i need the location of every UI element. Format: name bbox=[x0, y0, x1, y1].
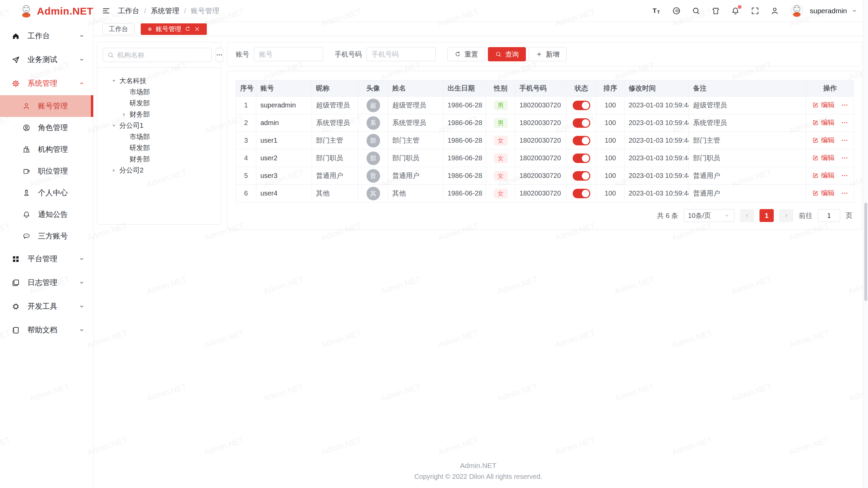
sidebar-subitem-label: 三方账号 bbox=[38, 231, 68, 241]
next-page-button[interactable] bbox=[779, 209, 793, 222]
table-row-superadmin: 1superadmin超级管理员超超级管理员1986-06-28男1802003… bbox=[236, 97, 854, 114]
row-more-icon[interactable] bbox=[841, 154, 848, 162]
language-icon[interactable]: 中 bbox=[672, 6, 681, 15]
edit-button[interactable]: 编辑 bbox=[812, 136, 835, 145]
tree-node-finance-2[interactable]: 财务部 bbox=[101, 154, 217, 165]
prev-page-button[interactable] bbox=[740, 209, 754, 222]
edit-button[interactable]: 编辑 bbox=[812, 118, 835, 127]
tree-node-daming-tech[interactable]: 大名科技 bbox=[101, 75, 217, 86]
breadcrumb-item-1[interactable]: 系统管理 bbox=[151, 6, 179, 16]
status-toggle[interactable] bbox=[573, 136, 590, 145]
column-header-9: 排序 bbox=[596, 80, 625, 97]
tree-node-finance-1[interactable]: 财务部 bbox=[101, 109, 217, 120]
fullscreen-icon[interactable] bbox=[751, 6, 760, 15]
cell-avatar: 其 bbox=[358, 185, 388, 202]
cell-account: user2 bbox=[256, 149, 312, 167]
status-toggle[interactable] bbox=[573, 118, 590, 128]
edit-button[interactable]: 编辑 bbox=[812, 171, 835, 180]
pager-total: 共 6 条 bbox=[657, 211, 678, 220]
sidebar-subitem-personal-center[interactable]: 个人中心 bbox=[0, 182, 93, 204]
reset-button[interactable]: 重置 bbox=[447, 47, 485, 61]
cell-remark: 系统管理员 bbox=[689, 114, 806, 132]
collapse-menu-icon[interactable] bbox=[102, 6, 111, 15]
user-avatar[interactable] bbox=[790, 4, 804, 18]
tree-node-branch-2[interactable]: 分公司2 bbox=[101, 165, 217, 176]
row-more-icon[interactable] bbox=[841, 119, 848, 126]
app-logo[interactable]: Admin.NET bbox=[0, 0, 93, 22]
status-toggle[interactable] bbox=[573, 171, 590, 181]
sidebar-item-dev-tools[interactable]: 开发工具 bbox=[0, 294, 93, 318]
tree-node-rnd-1[interactable]: 研发部 bbox=[101, 98, 217, 109]
sidebar-subitem-role-mgmt[interactable]: 角色管理 bbox=[0, 117, 93, 139]
font-size-icon[interactable]: TT bbox=[652, 6, 661, 15]
close-tab-icon[interactable] bbox=[194, 26, 200, 32]
theme-icon[interactable] bbox=[711, 6, 720, 15]
sidebar-item-business-test[interactable]: 业务测试 bbox=[0, 48, 93, 72]
status-toggle[interactable] bbox=[573, 101, 590, 110]
goto-page-input[interactable] bbox=[818, 209, 840, 222]
home-icon bbox=[12, 32, 20, 40]
cell-birthdate: 1986-06-28 bbox=[443, 97, 486, 114]
caret-right-icon[interactable] bbox=[110, 167, 118, 174]
current-page-button[interactable]: 1 bbox=[760, 209, 774, 222]
edit-button[interactable]: 编辑 bbox=[812, 188, 835, 198]
page-scrollbar bbox=[863, 0, 868, 488]
tree-node-market-2[interactable]: 市场部 bbox=[101, 131, 217, 142]
caret-right-icon[interactable] bbox=[120, 111, 128, 118]
tab-label: 工作台 bbox=[109, 25, 128, 34]
cell-birthdate: 1986-06-28 bbox=[443, 167, 486, 185]
gender-badge: 女 bbox=[494, 136, 508, 145]
sidebar-item-log-mgmt[interactable]: 日志管理 bbox=[0, 271, 93, 294]
sidebar-subitem-org-mgmt[interactable]: 机构管理 bbox=[0, 139, 93, 160]
cell-name: 超级管理员 bbox=[388, 97, 443, 114]
sidebar-item-workbench[interactable]: 工作台 bbox=[0, 24, 93, 48]
edit-button[interactable]: 编辑 bbox=[812, 153, 835, 162]
status-toggle[interactable] bbox=[573, 154, 590, 163]
cell-status bbox=[567, 132, 596, 149]
footer-title: Admin.NET bbox=[94, 462, 863, 470]
row-more-icon[interactable] bbox=[841, 137, 848, 144]
sidebar-subitem-account-mgmt[interactable]: 账号管理 bbox=[0, 95, 93, 117]
chevron-down-icon bbox=[724, 212, 730, 219]
chevron-down-icon[interactable] bbox=[851, 7, 858, 14]
search-icon[interactable] bbox=[692, 6, 701, 15]
cell-gender: 男 bbox=[486, 97, 515, 114]
sidebar-subitem-position-mgmt[interactable]: 职位管理 bbox=[0, 160, 93, 182]
pagination: 共 6 条 10条/页 1 前往 页 bbox=[236, 202, 853, 225]
sidebar-item-system-mgmt[interactable]: 系统管理 bbox=[0, 72, 93, 95]
row-more-icon[interactable] bbox=[841, 189, 848, 197]
cell-modified: 2023-01-03 10:59:44 bbox=[625, 114, 689, 132]
sidebar-subitem-third-account[interactable]: 三方账号 bbox=[0, 225, 93, 247]
row-more-icon[interactable] bbox=[841, 101, 848, 109]
account-input[interactable] bbox=[254, 47, 323, 61]
status-toggle[interactable] bbox=[573, 189, 590, 198]
sidebar-item-help-docs[interactable]: 帮助文档 bbox=[0, 318, 93, 342]
tree-more-button[interactable] bbox=[216, 48, 223, 62]
tree-node-branch-1[interactable]: 分公司1 bbox=[101, 120, 217, 131]
scrollbar-thumb[interactable] bbox=[864, 203, 867, 301]
notification-icon[interactable] bbox=[731, 6, 740, 15]
tree-node-rnd-2[interactable]: 研发部 bbox=[101, 142, 217, 154]
svg-text:T: T bbox=[653, 7, 657, 14]
page-size-select[interactable]: 10条/页 bbox=[684, 209, 734, 222]
cell-avatar: 部 bbox=[358, 132, 388, 149]
caret-down-icon[interactable] bbox=[110, 77, 118, 85]
phone-input[interactable] bbox=[367, 47, 436, 61]
sidebar-subitem-notice[interactable]: 通知公告 bbox=[0, 204, 93, 225]
caret-down-icon[interactable] bbox=[110, 122, 118, 129]
row-more-icon[interactable] bbox=[841, 172, 848, 179]
search-button[interactable]: 查询 bbox=[488, 47, 526, 61]
edit-button[interactable]: 编辑 bbox=[812, 100, 835, 109]
tree-node-market-1[interactable]: 市场部 bbox=[101, 86, 217, 98]
tab-workbench[interactable]: 工作台 bbox=[102, 23, 135, 35]
tab-account-mgmt[interactable]: 账号管理 bbox=[141, 23, 207, 35]
add-button[interactable]: 新增 bbox=[529, 47, 567, 61]
org-search-input[interactable] bbox=[117, 51, 207, 59]
breadcrumb-item-0[interactable]: 工作台 bbox=[118, 6, 139, 16]
profile-icon[interactable] bbox=[770, 6, 779, 15]
edit-icon bbox=[812, 190, 819, 197]
sidebar-item-platform-mgmt[interactable]: 平台管理 bbox=[0, 247, 93, 271]
search-label: 查询 bbox=[505, 50, 519, 59]
username[interactable]: superadmin bbox=[810, 7, 847, 15]
refresh-tab-icon[interactable] bbox=[184, 26, 191, 32]
